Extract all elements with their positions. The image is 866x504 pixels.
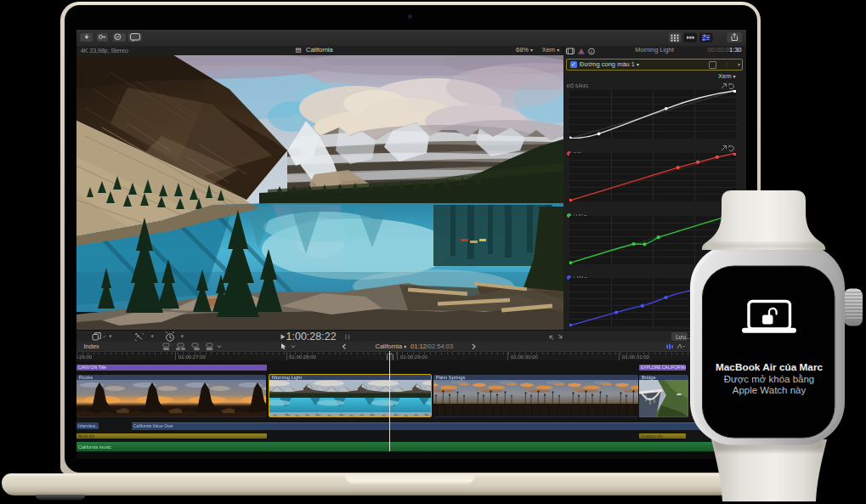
svg-text:Được mở khóa bằng: Được mở khóa bằng bbox=[724, 374, 815, 384]
svg-text:Apple Watch này: Apple Watch này bbox=[733, 385, 807, 395]
svg-text:MacBook Air của Marc: MacBook Air của Marc bbox=[716, 361, 824, 373]
